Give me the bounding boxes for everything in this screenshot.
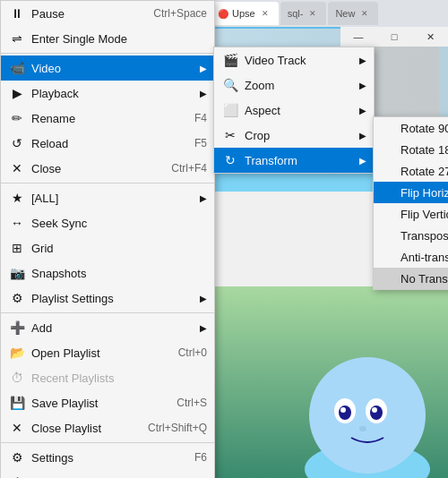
menu-item-pause[interactable]: ⏸ Pause Ctrl+Space (1, 1, 214, 26)
tab-upse[interactable]: 🔴 Upse ✕ (211, 2, 279, 25)
playlist-settings-arrow: ▶ (200, 294, 207, 303)
menu-item-seek-sync[interactable]: ↔ Seek Sync (1, 210, 214, 235)
pause-shortcut: Ctrl+Space (153, 7, 207, 20)
cartoon-character (287, 299, 448, 478)
open-playlist-label: Open Playlist (31, 346, 160, 360)
close-playlist-label: Close Playlist (31, 422, 130, 435)
aspect-icon: ⬜ (221, 101, 239, 119)
separator-2 (1, 183, 214, 184)
crop-label: Crop (245, 129, 356, 142)
crop-arrow: ▶ (359, 131, 366, 141)
menu-item-single-mode[interactable]: ⇌ Enter Single Mode (1, 26, 214, 51)
all-icon: ★ (8, 189, 26, 207)
zoom-arrow: ▶ (359, 81, 366, 90)
tab-label-sql: sql- (288, 8, 304, 19)
rename-label: Rename (31, 112, 177, 125)
single-mode-icon: ⇌ (8, 30, 26, 47)
menu-item-video[interactable]: 📹 Video ▶ (1, 55, 214, 81)
menu-item-settings[interactable]: ⚙ Settings F6 (1, 445, 214, 470)
settings-shortcut: F6 (194, 451, 207, 464)
submenu-transform[interactable]: ↻ Transform ▶ (214, 148, 374, 173)
about-icon: ℹ (8, 474, 26, 478)
separator-3 (1, 312, 214, 313)
save-playlist-shortcut: Ctrl+S (177, 397, 207, 409)
transform-rotate90[interactable]: Rotate 90 (374, 117, 448, 139)
playlist-settings-label: Playlist Settings (31, 292, 196, 305)
submenu-zoom[interactable]: 🔍 Zoom ▶ (214, 73, 374, 98)
recent-icon: ⏱ (8, 369, 26, 387)
menu-item-about[interactable]: ℹ About F1 (1, 470, 214, 478)
tab-new[interactable]: New ✕ (328, 2, 378, 25)
open-playlist-shortcut: Ctrl+0 (178, 346, 207, 359)
zoom-icon: 🔍 (221, 76, 239, 94)
pause-icon: ⏸ (8, 4, 26, 22)
close-label: Close (31, 162, 153, 175)
snapshots-icon: 📷 (8, 264, 26, 282)
menu-item-save-playlist[interactable]: 💾 Save Playlist Ctrl+S (1, 390, 214, 415)
tab-close-new[interactable]: ✕ (358, 7, 371, 20)
main-menu: ⏸ Pause Ctrl+Space ⇌ Enter Single Mode 📹… (0, 0, 215, 478)
menu-item-close[interactable]: ✕ Close Ctrl+F4 (1, 156, 214, 181)
svg-point-3 (339, 405, 351, 420)
add-label: Add (31, 321, 196, 335)
menu-item-playback[interactable]: ▶ Playback ▶ (1, 81, 214, 106)
video-track-icon: 🎬 (221, 51, 239, 69)
settings-icon: ⚙ (8, 448, 26, 466)
rename-shortcut: F4 (194, 112, 207, 124)
tab-sql[interactable]: sql- ✕ (280, 2, 327, 25)
menu-item-reload[interactable]: ↺ Reload F5 (1, 131, 214, 156)
close-button[interactable]: ✕ (412, 27, 448, 47)
tab-close-sql[interactable]: ✕ (306, 7, 319, 20)
aspect-label: Aspect (245, 104, 356, 117)
rotate180-label: Rotate 180 (381, 143, 448, 157)
seek-sync-label: Seek Sync (31, 217, 207, 230)
seek-sync-icon: ↔ (8, 214, 26, 232)
settings-label: Settings (31, 451, 177, 465)
separator-1 (1, 53, 214, 54)
transform-flip-h[interactable]: Flip Horizontally (374, 182, 448, 203)
menu-item-rename[interactable]: ✏ Rename F4 (1, 106, 214, 131)
menu-item-playlist-settings[interactable]: ⚙ Playlist Settings ▶ (1, 286, 214, 311)
tab-icon: 🔴 (218, 9, 228, 19)
svg-point-7 (372, 407, 377, 413)
tab-close-upse[interactable]: ✕ (259, 7, 271, 20)
minimize-button[interactable]: — (340, 27, 376, 47)
all-label: [ALL] (31, 192, 196, 205)
reload-shortcut: F5 (194, 137, 207, 149)
separator-4 (1, 442, 214, 443)
video-label: Video (31, 62, 196, 75)
submenu-aspect[interactable]: ⬜ Aspect ▶ (214, 98, 374, 123)
open-playlist-icon: 📂 (8, 344, 26, 362)
maximize-button[interactable]: □ (376, 27, 412, 47)
transform-rotate180[interactable]: Rotate 180 (374, 139, 448, 160)
menu-item-snapshots[interactable]: 📷 Snapshots (1, 260, 214, 286)
grid-icon: ⊞ (8, 239, 26, 257)
grid-label: Grid (31, 242, 207, 255)
menu-item-add[interactable]: ➕ Add ▶ (1, 315, 214, 340)
save-playlist-label: Save Playlist (31, 397, 159, 410)
tab-label: Upse (232, 8, 255, 19)
menu-item-grid[interactable]: ⊞ Grid (1, 235, 214, 260)
pause-label: Pause (31, 7, 135, 21)
playback-icon: ▶ (8, 84, 26, 102)
transpose-label: Transpose (381, 229, 448, 243)
window-controls: — □ ✕ (340, 27, 448, 47)
transform-anti-transpose[interactable]: Anti-transpose (374, 246, 448, 268)
close-shortcut: Ctrl+F4 (171, 162, 207, 175)
transform-flip-v[interactable]: Flip Vertically (374, 203, 448, 225)
close-playlist-shortcut: Ctrl+Shift+Q (148, 422, 207, 434)
rotate270-label: Rotate 270 (381, 165, 448, 178)
add-arrow: ▶ (200, 323, 207, 333)
aspect-arrow: ▶ (359, 106, 366, 115)
svg-point-4 (340, 407, 346, 413)
submenu-video-track[interactable]: 🎬 Video Track ▶ (214, 47, 374, 73)
transform-no-transform[interactable]: No Transform (374, 268, 448, 289)
video-arrow: ▶ (200, 64, 207, 73)
menu-item-open-playlist[interactable]: 📂 Open Playlist Ctrl+0 (1, 340, 214, 365)
transform-rotate270[interactable]: Rotate 270 (374, 160, 448, 182)
video-track-arrow: ▶ (359, 55, 366, 65)
menu-item-close-playlist[interactable]: ✕ Close Playlist Ctrl+Shift+Q (1, 415, 214, 440)
transform-transpose[interactable]: Transpose (374, 225, 448, 246)
submenu-crop[interactable]: ✂ Crop ▶ (214, 123, 374, 148)
menu-item-all[interactable]: ★ [ALL] ▶ (1, 185, 214, 210)
